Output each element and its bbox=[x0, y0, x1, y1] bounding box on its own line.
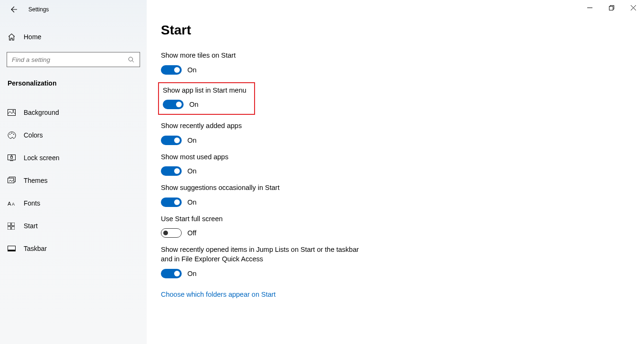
setting-show-more-tiles: Show more tiles on Start On bbox=[161, 51, 502, 75]
sidebar-item-label: Start bbox=[24, 222, 38, 230]
sidebar-category: Personalization bbox=[8, 79, 147, 87]
svg-point-2 bbox=[13, 110, 14, 111]
arrow-left-icon bbox=[10, 6, 18, 13]
toggle-show-app-list[interactable] bbox=[163, 100, 184, 109]
sidebar-item-label: Colors bbox=[24, 131, 43, 139]
svg-rect-15 bbox=[12, 226, 15, 230]
image-icon bbox=[8, 109, 17, 116]
setting-label: Show more tiles on Start bbox=[161, 51, 502, 60]
setting-most-used: Show most used apps On bbox=[161, 153, 502, 176]
svg-rect-12 bbox=[8, 223, 11, 226]
toggle-jump-lists[interactable] bbox=[161, 269, 182, 278]
sidebar-item-label: Taskbar bbox=[24, 245, 47, 252]
close-icon bbox=[631, 5, 636, 10]
toggle-state: On bbox=[187, 198, 196, 206]
sidebar-item-themes[interactable]: Themes bbox=[0, 169, 147, 192]
svg-rect-7 bbox=[10, 161, 13, 161]
setting-jump-lists: Show recently opened items in Jump Lists… bbox=[161, 245, 502, 278]
setting-label: Show recently added apps bbox=[161, 121, 502, 131]
sidebar-item-background[interactable]: Background bbox=[0, 101, 147, 124]
minimize-button[interactable] bbox=[579, 0, 600, 15]
maximize-button[interactable] bbox=[600, 0, 622, 15]
sidebar-nav: Background Colors Lock screen Themes AA … bbox=[0, 101, 147, 260]
sidebar: Settings Home Personalization Background… bbox=[0, 0, 147, 344]
back-button[interactable] bbox=[7, 2, 22, 17]
toggle-show-more-tiles[interactable] bbox=[161, 65, 182, 75]
sidebar-item-label: Background bbox=[24, 109, 59, 116]
titlebar: Settings bbox=[0, 0, 147, 19]
settings-column: Start Show more tiles on Start On Show a… bbox=[161, 23, 502, 344]
app-title: Settings bbox=[28, 6, 49, 13]
search-input[interactable] bbox=[12, 56, 127, 63]
svg-point-4 bbox=[11, 133, 12, 134]
search-container bbox=[7, 52, 140, 67]
search-box[interactable] bbox=[7, 52, 140, 67]
setting-label: Show suggestions occasionally in Start bbox=[161, 183, 502, 193]
toggle-most-used[interactable] bbox=[161, 166, 182, 176]
svg-rect-8 bbox=[11, 156, 13, 158]
sidebar-home[interactable]: Home bbox=[0, 27, 147, 46]
themes-icon bbox=[8, 177, 17, 184]
svg-rect-21 bbox=[609, 6, 613, 10]
toggle-state: Off bbox=[187, 229, 196, 237]
main-content: Start Show more tiles on Start On Show a… bbox=[147, 0, 644, 344]
svg-rect-13 bbox=[12, 223, 15, 226]
setting-full-screen: Use Start full screen Off bbox=[161, 215, 502, 238]
minimize-icon bbox=[587, 5, 592, 10]
toggle-suggestions[interactable] bbox=[161, 198, 182, 207]
setting-label: Use Start full screen bbox=[161, 215, 502, 224]
setting-label: Show most used apps bbox=[161, 153, 502, 162]
svg-rect-17 bbox=[8, 250, 16, 251]
page-title: Start bbox=[161, 23, 502, 38]
taskbar-icon bbox=[8, 246, 17, 251]
toggle-state: On bbox=[187, 167, 196, 175]
sidebar-item-fonts[interactable]: AA Fonts bbox=[0, 192, 147, 215]
sidebar-item-lock-screen[interactable]: Lock screen bbox=[0, 146, 147, 169]
toggle-state: On bbox=[187, 66, 196, 74]
close-button[interactable] bbox=[622, 0, 644, 15]
sidebar-item-label: Fonts bbox=[24, 199, 40, 207]
sidebar-item-taskbar[interactable]: Taskbar bbox=[0, 237, 147, 260]
toggle-state: On bbox=[187, 270, 196, 277]
toggle-state: On bbox=[187, 137, 196, 144]
svg-rect-6 bbox=[8, 155, 16, 160]
highlight-annotation: Show app list in Start menu On bbox=[158, 82, 255, 115]
window-controls bbox=[579, 0, 644, 15]
svg-point-5 bbox=[13, 134, 14, 135]
svg-rect-14 bbox=[8, 226, 11, 230]
setting-recently-added: Show recently added apps On bbox=[161, 121, 502, 145]
sidebar-item-colors[interactable]: Colors bbox=[0, 124, 147, 146]
lock-screen-icon bbox=[8, 155, 17, 161]
fonts-icon: AA bbox=[8, 200, 17, 206]
svg-point-0 bbox=[128, 57, 132, 60]
start-icon bbox=[8, 223, 17, 230]
sidebar-home-label: Home bbox=[24, 33, 41, 41]
svg-text:A: A bbox=[8, 201, 11, 206]
setting-suggestions: Show suggestions occasionally in Start O… bbox=[161, 183, 502, 207]
svg-point-3 bbox=[9, 134, 10, 135]
palette-icon bbox=[8, 131, 17, 139]
maximize-icon bbox=[609, 5, 614, 10]
toggle-state: On bbox=[189, 101, 198, 108]
svg-text:A: A bbox=[12, 202, 15, 206]
sidebar-item-start[interactable]: Start bbox=[0, 215, 147, 237]
sidebar-item-label: Lock screen bbox=[24, 154, 59, 162]
home-icon bbox=[8, 33, 17, 41]
search-icon bbox=[127, 56, 135, 63]
setting-show-app-list: Show app list in Start menu On bbox=[161, 86, 249, 110]
choose-folders-link[interactable]: Choose which folders appear on Start bbox=[161, 291, 276, 298]
setting-label: Show app list in Start menu bbox=[163, 86, 249, 95]
setting-label: Show recently opened items in Jump Lists… bbox=[161, 245, 371, 264]
toggle-recently-added[interactable] bbox=[161, 136, 182, 145]
toggle-full-screen[interactable] bbox=[161, 228, 182, 238]
sidebar-item-label: Themes bbox=[24, 177, 48, 184]
